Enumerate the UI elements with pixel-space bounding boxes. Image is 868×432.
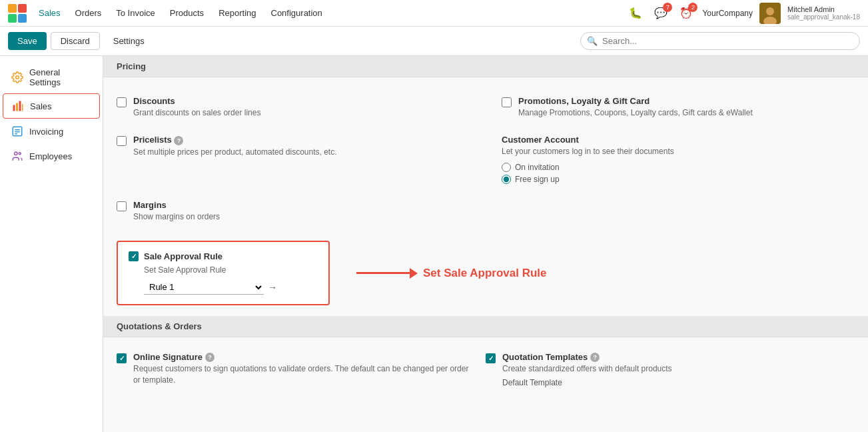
bar-chart-icon <box>11 99 25 113</box>
rule-header: Sale Approval Rule <box>129 251 318 261</box>
radio-free-signup-label: Free sign up <box>515 175 560 184</box>
margins-text: Margins Show margins on orders <box>133 200 220 223</box>
quotation-templates-desc: Create standardized offers with default … <box>502 363 672 375</box>
quotation-templates-text: Quotation Templates ? Create standardize… <box>502 352 672 389</box>
nav-item-configuration[interactable]: Configuration <box>264 5 329 21</box>
radio-on-invitation-label: On invitation <box>515 163 560 172</box>
online-signature-help-icon[interactable]: ? <box>205 353 215 362</box>
radio-on-invitation-input[interactable] <box>502 163 511 172</box>
online-signature-desc: Request customers to sign quotations to … <box>133 363 475 386</box>
nav-item-sales[interactable]: Sales <box>32 5 67 21</box>
margins-desc: Show margins on orders <box>133 211 220 223</box>
user-subtitle: sale_approval_kanak-18 <box>787 13 860 21</box>
pricelists-title: Pricelists ? <box>133 135 337 145</box>
messages-badge: 7 <box>663 3 672 12</box>
radio-on-invitation[interactable]: On invitation <box>502 163 674 172</box>
nav-menu: Sales Orders To Invoice Products Reporti… <box>32 5 626 21</box>
activity-button[interactable]: ⏰ 2 <box>677 4 695 23</box>
rule-select[interactable]: Rule 1 Rule 2 Rule 3 <box>144 280 264 295</box>
pricelists-text: Pricelists ? Set multiple prices per pro… <box>133 135 337 158</box>
svg-rect-2 <box>8 14 17 23</box>
promotions-text: Promotions, Loyalty & Gift Card Manage P… <box>518 96 753 119</box>
promotions-title: Promotions, Loyalty & Gift Card <box>518 96 753 106</box>
promotions-desc: Manage Promotions, Coupons, Loyalty card… <box>518 107 753 119</box>
radio-free-signup-input[interactable] <box>502 175 511 184</box>
search-bar: 🔍 <box>580 32 860 50</box>
activity-badge: 2 <box>688 3 697 12</box>
margins-checkbox[interactable] <box>117 201 127 211</box>
arrow-line <box>356 272 410 274</box>
pricing-title: Pricing <box>117 61 146 71</box>
top-navigation: Sales Orders To Invoice Products Reporti… <box>0 0 868 27</box>
nav-item-orders[interactable]: Orders <box>69 5 109 21</box>
customer-account-title: Customer Account <box>502 135 674 145</box>
approval-rule-title: Sale Approval Rule <box>144 251 222 261</box>
approval-rule-desc: Set Sale Approval Rule <box>144 265 318 275</box>
svg-point-16 <box>15 152 18 155</box>
svg-rect-9 <box>16 103 18 111</box>
nav-right-section: 🐛 💬 7 ⏰ 2 YourCompany Mitchell Admin sal… <box>626 3 860 24</box>
customer-account-desc: Let your customers log in to see their d… <box>502 146 674 157</box>
user-name: Mitchell Admin <box>787 5 860 13</box>
app-logo[interactable] <box>8 4 27 23</box>
approval-rule-container: Sale Approval Rule Set Sale Approval Rul… <box>103 241 868 316</box>
pricelists-checkbox[interactable] <box>117 136 127 146</box>
avatar[interactable] <box>759 3 781 24</box>
toolbar: Save Discard Settings 🔍 <box>0 27 868 56</box>
pricelists-desc: Set multiple prices per product, automat… <box>133 147 337 158</box>
svg-rect-10 <box>19 101 21 111</box>
svg-rect-3 <box>18 14 27 23</box>
sidebar-item-employees[interactable]: Employees <box>3 144 100 168</box>
save-button[interactable]: Save <box>8 32 47 50</box>
quotations-title: Quotations & Orders <box>117 321 202 331</box>
messages-button[interactable]: 💬 7 <box>651 4 670 23</box>
online-signature-text: Online Signature ? Request customers to … <box>133 352 475 386</box>
quotation-templates-checkbox[interactable] <box>486 353 496 363</box>
margins-setting: Margins Show margins on orders <box>117 192 486 231</box>
online-signature-checkbox[interactable] <box>117 353 127 363</box>
user-info[interactable]: Mitchell Admin sale_approval_kanak-18 <box>787 5 860 21</box>
sidebar-label-sales: Sales <box>30 101 52 111</box>
rule-select-row: Rule 1 Rule 2 Rule 3 → <box>144 280 318 295</box>
svg-rect-8 <box>13 105 15 111</box>
bug-icon-button[interactable]: 🐛 <box>626 4 645 23</box>
radio-free-signup[interactable]: Free sign up <box>502 175 674 184</box>
gear-icon <box>11 71 24 84</box>
nav-item-reporting[interactable]: Reporting <box>212 5 262 21</box>
annotation-arrow: Set Sale Approval Rule <box>356 267 546 280</box>
promotions-setting: Promotions, Loyalty & Gift Card Manage P… <box>486 88 855 127</box>
discard-button[interactable]: Discard <box>51 32 100 50</box>
pricelists-help-icon[interactable]: ? <box>174 136 183 145</box>
main-content: Pricing Discounts Grant discounts on sal… <box>103 56 868 432</box>
invoice-icon <box>11 125 24 138</box>
rule-navigate-button[interactable]: → <box>268 282 277 293</box>
quotations-section-header: Quotations & Orders <box>103 316 868 337</box>
nav-item-to-invoice[interactable]: To Invoice <box>109 5 162 21</box>
customer-account-text: Customer Account Let your customers log … <box>502 135 674 184</box>
svg-point-5 <box>766 7 774 15</box>
discounts-desc: Grant discounts on sales order lines <box>133 107 260 119</box>
quotations-settings-grid: Online Signature ? Request customers to … <box>103 337 868 403</box>
sidebar-item-general-settings[interactable]: General Settings <box>3 62 100 93</box>
sidebar-item-sales[interactable]: Sales <box>3 93 100 119</box>
sidebar-label-general: General Settings <box>29 67 92 87</box>
search-input[interactable] <box>580 32 860 50</box>
sidebar: General Settings Sales <box>0 56 103 432</box>
customer-account-radio-group: On invitation Free sign up <box>502 163 674 184</box>
annotation-label: Set Sale Approval Rule <box>423 267 546 280</box>
quotation-templates-setting: Quotation Templates ? Create standardize… <box>486 345 855 395</box>
settings-button[interactable]: Settings <box>104 33 154 49</box>
nav-item-products[interactable]: Products <box>163 5 211 21</box>
company-name[interactable]: YourCompany <box>702 9 753 18</box>
approval-rule-checkbox[interactable] <box>129 251 139 261</box>
approval-rule-box: Sale Approval Rule Set Sale Approval Rul… <box>117 241 330 305</box>
margins-title: Margins <box>133 200 220 210</box>
discounts-setting: Discounts Grant discounts on sales order… <box>117 88 486 127</box>
promotions-checkbox[interactable] <box>502 97 512 107</box>
quotation-templates-title: Quotation Templates ? <box>502 352 672 362</box>
online-signature-title: Online Signature ? <box>133 352 475 362</box>
discounts-checkbox[interactable] <box>117 97 127 107</box>
main-layout: General Settings Sales <box>0 56 868 432</box>
quotation-templates-help-icon[interactable]: ? <box>590 353 600 362</box>
sidebar-item-invoicing[interactable]: Invoicing <box>3 119 100 143</box>
